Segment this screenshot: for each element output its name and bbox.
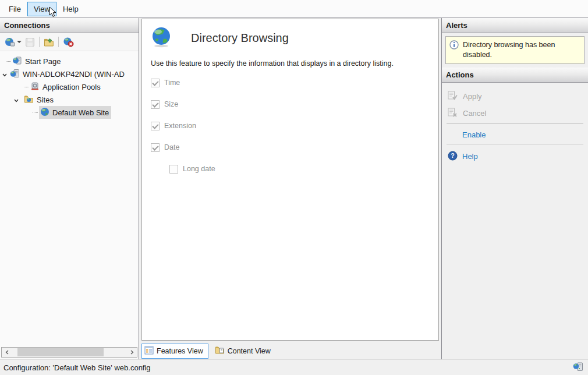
help-link[interactable]: ? Help xyxy=(442,149,588,164)
feature-title: Directory Browsing xyxy=(191,31,289,45)
tree-item-sites[interactable]: Sites xyxy=(0,93,139,106)
action-label: Apply xyxy=(463,92,482,101)
feature-content-box: Directory Browsing Use this feature to s… xyxy=(141,19,439,341)
toolbar-separator xyxy=(39,37,40,47)
expand-chevron-icon[interactable] xyxy=(2,71,8,80)
connections-tree: Start Page WIN-ADLOKP42NDI (WIN-AD xyxy=(0,51,139,346)
checkbox-row-extension: Extension xyxy=(151,121,430,130)
save-icon xyxy=(23,36,37,48)
globe-icon xyxy=(151,26,172,49)
tree-item-label: Application Pools xyxy=(42,83,101,91)
status-text: Configuration: 'Default Web Site' web.co… xyxy=(3,363,151,372)
actions-divider xyxy=(447,144,583,144)
tree-item-label: Start Page xyxy=(25,57,61,66)
actions-header: Actions xyxy=(442,68,588,83)
tab-label: Content View xyxy=(228,347,271,355)
menu-help[interactable]: Help xyxy=(56,2,85,16)
actions-divider xyxy=(447,123,583,124)
mouse-cursor-icon xyxy=(49,6,57,19)
tree-item-application-pools[interactable]: Application Pools xyxy=(0,80,139,93)
connect-server-icon[interactable] xyxy=(3,36,23,48)
checkbox-label: Extension xyxy=(164,122,196,130)
connections-toolbar xyxy=(0,33,139,51)
checkbox-row-size: Size xyxy=(151,100,430,109)
tree-item-label: Sites xyxy=(37,95,54,104)
scrollbar-thumb[interactable] xyxy=(17,348,104,356)
action-label: Cancel xyxy=(463,109,486,118)
cancel-icon xyxy=(448,108,458,119)
action-label: Enable xyxy=(462,130,486,139)
tab-features-view[interactable]: Features View xyxy=(141,344,208,359)
expand-chevron-icon[interactable] xyxy=(13,97,19,105)
extension-checkbox xyxy=(151,122,160,130)
tree-connector xyxy=(6,61,11,62)
tree-item-start-page[interactable]: Start Page xyxy=(0,55,139,68)
alert-message: Directory browsing has been disabled. xyxy=(463,40,580,60)
checkbox-label: Time xyxy=(164,79,180,87)
action-label: Help xyxy=(462,152,478,161)
tree-item-default-web-site[interactable]: Default Web Site xyxy=(0,106,139,119)
feature-header: Directory Browsing xyxy=(151,26,430,49)
feature-panel: Directory Browsing Use this feature to s… xyxy=(139,18,441,359)
scroll-right-arrow-icon[interactable] xyxy=(127,348,137,357)
date-checkbox xyxy=(151,143,160,152)
tree-item-label: WIN-ADLOKP42NDI (WIN-AD xyxy=(23,70,125,79)
feature-description: Use this feature to specify the informat… xyxy=(151,59,426,68)
view-tabs: Features View Content View xyxy=(139,342,441,359)
horizontal-scrollbar[interactable] xyxy=(1,347,137,358)
status-bar: Configuration: 'Default Web Site' web.co… xyxy=(0,359,588,375)
iis-manager-window: File View Help Connections xyxy=(0,0,588,375)
tab-content-view[interactable]: Content View xyxy=(212,344,275,358)
start-page-icon xyxy=(12,56,22,67)
tree-item-label: Default Web Site xyxy=(52,108,109,117)
menu-bar: File View Help xyxy=(0,0,588,17)
svg-text:?: ? xyxy=(451,152,454,159)
main-content: Connections xyxy=(0,17,588,359)
toolbar-separator xyxy=(58,37,59,47)
application-pools-icon xyxy=(30,82,40,93)
checkbox-label: Date xyxy=(164,143,179,151)
apply-icon xyxy=(448,91,458,102)
tree-connector xyxy=(33,112,38,113)
help-icon: ? xyxy=(448,151,458,162)
checkbox-label: Long date xyxy=(183,165,215,173)
tab-label: Features View xyxy=(157,347,203,355)
connections-header: Connections xyxy=(0,18,139,33)
alerts-header: Alerts xyxy=(442,18,588,33)
time-checkbox xyxy=(151,79,160,87)
features-view-icon xyxy=(144,346,154,356)
sites-folder-icon xyxy=(24,94,34,105)
actions-panel: Alerts Directory browsing has been disab… xyxy=(441,18,588,359)
content-view-icon xyxy=(215,345,225,356)
up-folder-icon[interactable] xyxy=(42,36,56,48)
alert-message-box: Directory browsing has been disabled. xyxy=(445,36,585,64)
info-icon xyxy=(449,40,459,60)
checkbox-row-long-date: Long date xyxy=(169,164,430,174)
checkbox-list: Time Size Extension Date xyxy=(151,78,430,174)
site-globe-icon xyxy=(40,107,49,118)
checkbox-row-date: Date xyxy=(151,143,430,152)
toolbar-dropdown-caret-icon xyxy=(17,41,22,43)
checkbox-label: Size xyxy=(164,100,178,108)
scroll-left-arrow-icon[interactable] xyxy=(2,348,12,357)
remove-connection-icon[interactable] xyxy=(61,36,76,48)
menu-file[interactable]: File xyxy=(2,2,27,16)
tree-selection-highlight: Default Web Site xyxy=(39,106,111,119)
size-checkbox xyxy=(151,100,160,109)
cancel-button: Cancel xyxy=(442,106,588,121)
server-icon xyxy=(10,69,20,80)
enable-link[interactable]: Enable xyxy=(442,129,588,141)
tree-connector xyxy=(24,87,29,87)
server-globe-icon xyxy=(573,362,583,373)
actions-list: Apply Cancel Enable ? Help xyxy=(442,83,588,167)
connections-panel: Connections xyxy=(0,18,139,359)
tree-item-server[interactable]: WIN-ADLOKP42NDI (WIN-AD xyxy=(0,68,139,80)
long-date-checkbox xyxy=(169,165,178,174)
checkbox-row-time: Time xyxy=(151,78,430,87)
apply-button: Apply xyxy=(442,89,588,104)
